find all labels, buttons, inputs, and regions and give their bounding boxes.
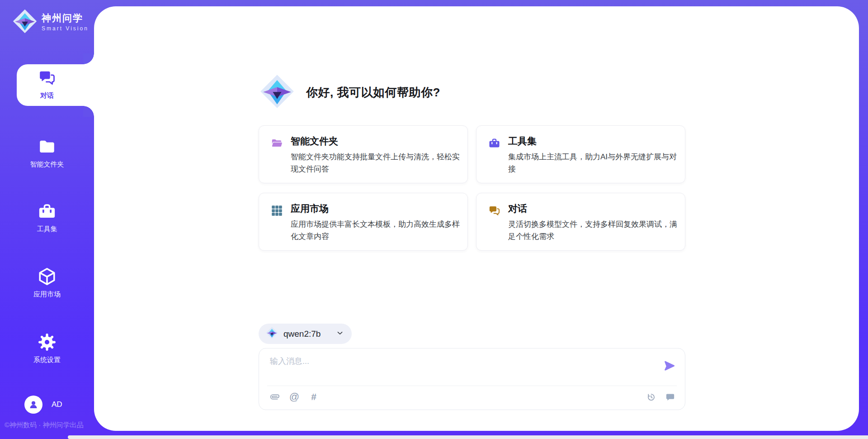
composer-divider: [267, 386, 677, 386]
active-nav-curve-top: [83, 53, 94, 64]
chevron-down-icon: [335, 329, 344, 339]
brand-name: 神州问学: [42, 13, 89, 24]
sidebar-item-label: 智能文件夹: [30, 160, 64, 169]
brand: 神州问学 Smart Vision: [13, 9, 89, 35]
card-description: 应用市场提供丰富长文本模板，助力高效生成多样化文章内容: [291, 218, 462, 243]
copyright-footer: ©神州数码 · 神州问学出品: [5, 421, 83, 429]
card-title: 对话: [508, 202, 527, 215]
grid-tiles-icon: [271, 205, 283, 217]
at-mention-icon[interactable]: @: [288, 391, 300, 403]
card-title: 应用市场: [291, 202, 329, 215]
card-description: 灵活切换多模型文件，支持多样回复效果调试，满足个性化需求: [508, 218, 679, 243]
chat-icon: [488, 205, 500, 217]
card-description: 集成市场上主流工具，助力AI与外界无缝扩展与对接: [508, 151, 679, 175]
card-toolset[interactable]: 工具集 集成市场上主流工具，助力AI与外界无缝扩展与对接: [476, 125, 685, 183]
gear-icon: [37, 332, 57, 352]
sidebar-item-settings[interactable]: 系统设置: [0, 332, 94, 364]
card-title: 工具集: [508, 135, 537, 148]
brand-subtitle: Smart Vision: [42, 25, 89, 32]
user-initials: AD: [52, 400, 62, 409]
folder-icon: [37, 137, 57, 157]
card-smart-folder[interactable]: 智能文件夹 智能文件夹功能支持批量文件上传与清洗，轻松实现文件问答: [259, 125, 468, 183]
composer-right-tools: [645, 391, 676, 403]
model-logo-icon: [266, 327, 278, 341]
card-title: 智能文件夹: [291, 135, 338, 148]
brand-logo-icon: [13, 9, 37, 35]
sidebar-item-toolset[interactable]: 工具集: [0, 201, 94, 234]
model-name: qwen2:7b: [283, 329, 330, 339]
chat-icon: [37, 68, 57, 88]
sidebar-item-chat[interactable]: 对话: [0, 68, 94, 100]
greeting-logo-icon: [260, 74, 294, 110]
card-chat[interactable]: 对话 灵活切换多模型文件，支持多样回复效果调试，满足个性化需求: [476, 193, 685, 251]
hash-icon[interactable]: #: [308, 391, 320, 403]
message-composer: @ #: [259, 348, 685, 410]
toolbox-icon: [37, 201, 57, 221]
toolbox-icon: [488, 137, 500, 149]
composer-left-tools: @ #: [269, 391, 320, 403]
greeting: 你好, 我可以如何帮助你?: [260, 75, 440, 110]
sidebar-item-smart-folder[interactable]: 智能文件夹: [0, 137, 94, 169]
greeting-title: 你好, 我可以如何帮助你?: [306, 85, 440, 100]
sidebar-item-label: 对话: [40, 91, 54, 100]
message-input[interactable]: [269, 355, 658, 381]
quick-phrase-icon[interactable]: [664, 391, 676, 403]
horizontal-scrollbar[interactable]: [68, 435, 868, 439]
sidebar-item-app-market[interactable]: 应用市场: [0, 267, 94, 299]
card-app-market[interactable]: 应用市场 应用市场提供丰富长文本模板，助力高效生成多样化文章内容: [259, 193, 468, 251]
sidebar-item-label: 系统设置: [33, 356, 61, 364]
cube-icon: [37, 267, 57, 286]
brand-text: 神州问学 Smart Vision: [42, 13, 89, 31]
folder-open-icon: [271, 137, 283, 149]
sidebar-item-label: 工具集: [37, 225, 57, 234]
sidebar-item-label: 应用市场: [33, 290, 61, 299]
user-avatar: [24, 396, 42, 414]
history-icon[interactable]: [645, 391, 657, 403]
attachment-icon[interactable]: [269, 391, 281, 403]
user-account[interactable]: AD: [24, 396, 62, 414]
card-description: 智能文件夹功能支持批量文件上传与清洗，轻松实现文件问答: [291, 151, 462, 175]
active-nav-curve-bottom: [83, 106, 94, 117]
send-icon[interactable]: [662, 359, 676, 373]
sidebar: 神州问学 Smart Vision 对话 智能: [0, 0, 94, 439]
model-selector[interactable]: qwen2:7b: [259, 324, 352, 344]
app-window: 神州问学 Smart Vision 对话 智能: [0, 0, 868, 439]
